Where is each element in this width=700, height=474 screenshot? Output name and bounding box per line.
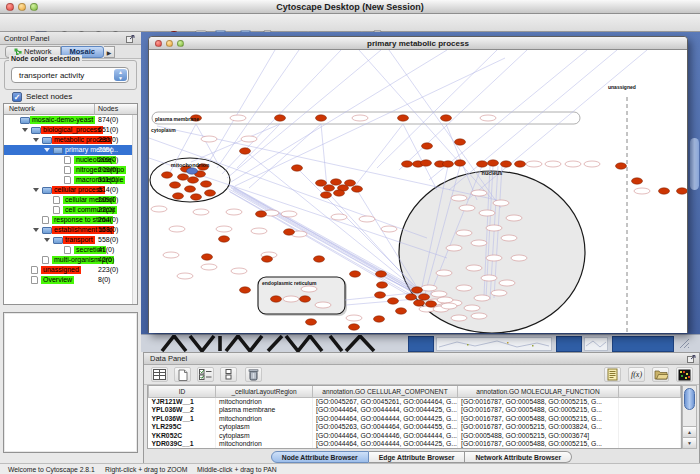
network-node[interactable] — [376, 271, 387, 277]
network-node-label-oval[interactable] — [471, 313, 487, 319]
network-node-label-oval[interactable] — [459, 205, 475, 211]
delete-attribute-icon[interactable] — [245, 367, 262, 382]
network-node[interactable] — [321, 192, 332, 198]
attribute-batch-icon[interactable] — [604, 367, 621, 382]
network-node[interactable] — [350, 271, 361, 277]
tree-row[interactable]: secretion41(0) — [4, 245, 137, 255]
network-node[interactable] — [349, 324, 360, 330]
attribute-table-header[interactable]: ID _cellularLayoutRegion annotation.GO C… — [149, 386, 681, 397]
network-node-label-oval[interactable] — [441, 303, 457, 309]
expand-arrow-icon[interactable] — [22, 128, 28, 132]
tab-node-attribute-browser[interactable]: Node Attribute Browser — [271, 451, 369, 463]
network-node-label-oval[interactable] — [501, 235, 517, 241]
tree-row[interactable]: cell communicat22(0) — [4, 205, 137, 215]
network-node-label-oval[interactable] — [359, 216, 375, 222]
network-node[interactable] — [185, 186, 196, 192]
network-node-label-oval[interactable] — [216, 226, 232, 232]
tree-scrollbar[interactable] — [132, 115, 137, 304]
network-node-label-oval[interactable] — [456, 230, 472, 236]
attribute-matrix-icon[interactable] — [676, 367, 693, 382]
new-attribute-icon[interactable] — [174, 367, 191, 382]
network-node-label-oval[interactable] — [486, 225, 502, 231]
network-node[interactable] — [324, 185, 335, 191]
network-node[interactable] — [659, 188, 670, 194]
table-scrollbar[interactable]: ▲ ▼ — [682, 385, 697, 449]
birds-eye-view-panel[interactable] — [3, 312, 138, 453]
network-node[interactable] — [406, 294, 417, 300]
network-node-label-oval[interactable] — [346, 315, 362, 321]
tree-header[interactable]: Network Nodes — [4, 104, 137, 115]
network-node-label-oval[interactable] — [456, 285, 472, 291]
network-node-label-oval[interactable] — [437, 297, 453, 303]
network-node-label-oval[interactable] — [283, 296, 299, 302]
table-row[interactable]: YLR295Ccytoplasm[GO:0045263, GO:0044464,… — [149, 423, 681, 432]
network-node[interactable] — [202, 254, 213, 260]
network-node[interactable] — [455, 139, 466, 145]
network-node[interactable] — [271, 296, 282, 302]
network-node[interactable] — [419, 294, 430, 300]
network-node[interactable] — [375, 292, 386, 298]
expand-arrow-icon[interactable] — [33, 188, 39, 192]
network-node-label-oval[interactable] — [499, 280, 515, 286]
network-node[interactable] — [306, 319, 317, 325]
table-scrollbar-thumb[interactable] — [684, 388, 695, 410]
network-node-label-oval[interactable] — [331, 214, 347, 220]
network-node[interactable] — [275, 115, 286, 121]
network-node-label-oval[interactable] — [421, 285, 437, 291]
network-node-label-oval[interactable] — [241, 136, 257, 142]
table-row[interactable]: YPL036W__2plasma membrane[GO:0044464, GO… — [149, 406, 681, 415]
network-node[interactable] — [284, 229, 295, 235]
close-window-button[interactable] — [6, 3, 14, 11]
network-node-label-oval[interactable] — [471, 190, 487, 196]
select-nodes-checkbox[interactable]: ✓ — [12, 92, 22, 102]
network-node[interactable] — [162, 172, 173, 178]
network-node-label-oval[interactable] — [436, 270, 452, 276]
float-panel-icon[interactable] — [126, 35, 135, 43]
network-node[interactable] — [422, 143, 433, 149]
network-node[interactable] — [191, 194, 202, 200]
minimize-window-button[interactable] — [18, 3, 26, 11]
minimized-window-fragment[interactable] — [408, 336, 434, 352]
network-node[interactable] — [178, 174, 189, 180]
expand-arrow-icon[interactable] — [44, 238, 50, 242]
tree-header-nodes[interactable]: Nodes — [98, 105, 118, 112]
tree-row[interactable]: mosaic-demo-yeast874(0) — [4, 115, 137, 125]
network-window-title-bar[interactable]: primary metabolic process — [149, 37, 687, 50]
network-node[interactable] — [443, 161, 454, 167]
network-node-label-oval[interactable] — [481, 275, 497, 281]
network-node-label-oval[interactable] — [565, 161, 581, 167]
network-node[interactable] — [240, 148, 251, 154]
network-canvas[interactable]: plasma membrane cytoplasm mitochondrion … — [149, 50, 687, 333]
network-node-label-oval[interactable] — [231, 268, 247, 274]
tree-row[interactable]: biological_process651(0) — [4, 125, 137, 135]
scroll-up-button[interactable]: ▲ — [683, 426, 696, 437]
minimized-window-fragment[interactable] — [556, 336, 582, 352]
attribute-table-icon[interactable] — [151, 367, 168, 382]
network-node[interactable] — [292, 165, 303, 171]
network-node[interactable] — [455, 160, 466, 166]
table-row[interactable]: YJR121W__1mitochondrion[GO:0045267, GO:0… — [149, 397, 681, 406]
network-node-label-oval[interactable] — [634, 188, 650, 194]
network-node-label-oval[interactable] — [230, 115, 246, 121]
expand-arrow-icon[interactable] — [33, 138, 39, 142]
col-go-molecular-function[interactable]: annotation.GO MOLECULAR_FUNCTION — [458, 386, 619, 397]
minimize-network-window-button[interactable] — [166, 40, 173, 47]
network-node-label-oval[interactable] — [451, 315, 467, 321]
network-node-label-oval[interactable] — [464, 305, 480, 311]
node-color-dropdown[interactable]: transporter activity ▲▼ — [11, 67, 129, 83]
expand-arrow-icon[interactable] — [44, 148, 50, 152]
network-node[interactable] — [262, 256, 273, 262]
network-node[interactable] — [396, 308, 407, 314]
table-row[interactable]: YPL036W__1mitochondrion[GO:0044464, GO:0… — [149, 414, 681, 423]
network-node-blue[interactable] — [187, 168, 198, 174]
network-node[interactable] — [205, 190, 216, 196]
network-node[interactable] — [314, 256, 325, 262]
float-data-panel-icon[interactable] — [687, 355, 696, 363]
col-id[interactable]: ID — [149, 386, 216, 397]
table-row[interactable]: YDR039C__1mitochondrion[GO:0044464, GO:0… — [149, 440, 681, 449]
close-network-window-button[interactable] — [155, 40, 162, 47]
network-node[interactable] — [345, 180, 356, 186]
network-node-label-oval[interactable] — [479, 210, 495, 216]
network-node-label-oval[interactable] — [474, 295, 490, 301]
network-node-label-oval[interactable] — [493, 200, 509, 206]
